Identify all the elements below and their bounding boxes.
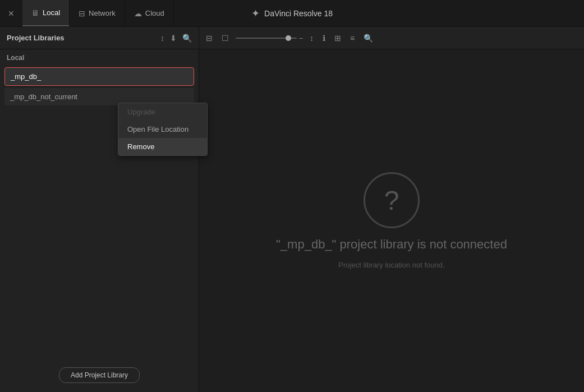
- right-toolbar: ⊟ ☐ – ↕ ℹ ⊞ ≡ 🔍: [199, 27, 584, 49]
- resolve-logo: ✦: [251, 7, 260, 20]
- tab-local[interactable]: 🖥 Local: [22, 0, 70, 26]
- tab-local-label: Local: [43, 8, 60, 17]
- panel-toggle-icon[interactable]: ⊟: [204, 33, 215, 44]
- slider-dash: –: [299, 34, 303, 42]
- view-single-icon[interactable]: ☐: [219, 33, 231, 44]
- grid-view-icon[interactable]: ⊞: [332, 33, 343, 44]
- zoom-slider[interactable]: –: [236, 34, 303, 42]
- right-search-icon[interactable]: 🔍: [361, 33, 375, 44]
- app-title: DaVinci Resolve 18: [264, 9, 333, 18]
- panel-bottom: Add Project Library: [0, 358, 199, 392]
- search-icon[interactable]: 🔍: [182, 34, 192, 43]
- download-icon[interactable]: ⬇: [170, 34, 177, 43]
- question-mark-icon: ?: [384, 185, 399, 216]
- info-icon[interactable]: ℹ: [320, 33, 328, 44]
- left-panel: Project Libraries ↕ ⬇ 🔍 Local _mp_db_ _m…: [0, 27, 199, 392]
- section-label: Local: [0, 49, 199, 66]
- panel-header-icons: ↕ ⬇ 🔍: [160, 34, 192, 43]
- network-icon: ⊟: [79, 9, 85, 18]
- sort-desc-icon[interactable]: ↕: [307, 33, 316, 44]
- context-menu-upgrade[interactable]: Upgrade: [118, 103, 207, 121]
- local-icon: 🖥: [31, 8, 39, 17]
- panel-title: Project Libraries: [7, 34, 65, 42]
- empty-state: ? "_mp_db_" project library is not conne…: [199, 49, 584, 392]
- tab-cloud[interactable]: ☁ Cloud: [125, 0, 174, 26]
- panel-header: Project Libraries ↕ ⬇ 🔍: [0, 27, 199, 49]
- empty-state-subtitle: Project library location not found.: [338, 261, 444, 269]
- titlebar: ✕ 🖥 Local ⊟ Network ☁ Cloud ✦ DaVinci Re…: [0, 0, 584, 27]
- library-item-mp-db-label: _mp_db_: [11, 72, 41, 81]
- cloud-icon: ☁: [134, 9, 142, 18]
- context-menu-open-file-location[interactable]: Open File Location: [118, 121, 207, 138]
- context-menu: Upgrade Open File Location Remove: [118, 103, 208, 156]
- list-view-icon[interactable]: ≡: [348, 33, 357, 44]
- close-button[interactable]: ✕: [0, 9, 22, 18]
- main-layout: Project Libraries ↕ ⬇ 🔍 Local _mp_db_ _m…: [0, 27, 584, 392]
- sort-icon[interactable]: ↕: [160, 34, 164, 43]
- slider-track: [236, 38, 297, 39]
- add-project-library-button[interactable]: Add Project Library: [59, 367, 140, 383]
- tab-network[interactable]: ⊟ Network: [70, 0, 125, 26]
- slider-thumb: [286, 35, 291, 41]
- app-title-area: ✦ DaVinci Resolve 18: [251, 7, 333, 20]
- empty-state-title: "_mp_db_" project library is not connect…: [276, 237, 507, 252]
- library-item-mp-db[interactable]: _mp_db_: [4, 67, 194, 86]
- right-panel: ⊟ ☐ – ↕ ℹ ⊞ ≡ 🔍 ? "_mp_db_" project libr…: [199, 27, 584, 392]
- tab-cloud-label: Cloud: [145, 9, 164, 17]
- tab-network-label: Network: [89, 9, 116, 17]
- library-item-mp-db-not-current-label: _mp_db_not_current: [10, 93, 77, 101]
- empty-state-icon: ?: [364, 172, 420, 228]
- context-menu-remove[interactable]: Remove: [118, 138, 207, 155]
